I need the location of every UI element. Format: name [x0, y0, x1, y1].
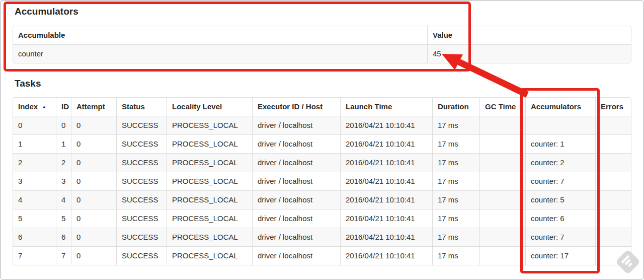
task-cell-locality_level: PROCESS_LOCAL: [167, 190, 252, 209]
task-cell-errors: [595, 228, 631, 246]
task-cell-executor_id_host: driver / localhost: [252, 134, 340, 153]
task-cell-launch_time: 2016/04/21 10:10:41: [340, 246, 432, 265]
task-cell-duration: 17 ms: [432, 190, 479, 209]
task-cell-locality_level: PROCESS_LOCAL: [167, 116, 252, 134]
task-cell-accumulators: counter: 1: [525, 134, 595, 153]
task-row: 660SUCCESSPROCESS_LOCALdriver / localhos…: [13, 228, 631, 246]
task-cell-gc_time: [479, 228, 525, 246]
task-cell-accumulators: counter: 7: [525, 228, 595, 246]
task-cell-attempt: 0: [71, 246, 116, 265]
task-cell-index: 3: [13, 172, 56, 190]
task-cell-locality_level: PROCESS_LOCAL: [167, 246, 252, 265]
task-cell-gc_time: [479, 116, 525, 134]
column-header-index[interactable]: Index▲: [13, 98, 56, 116]
task-cell-locality_level: PROCESS_LOCAL: [167, 209, 252, 228]
accumulable-name-cell: counter: [13, 44, 427, 63]
task-cell-launch_time: 2016/04/21 10:10:41: [340, 209, 432, 228]
task-cell-duration: 17 ms: [432, 228, 479, 246]
task-cell-index: 7: [13, 246, 56, 265]
column-header-executor_id_host[interactable]: Executor ID / Host: [252, 98, 340, 116]
task-cell-duration: 17 ms: [432, 134, 479, 153]
sort-ascending-icon: ▲: [42, 104, 46, 109]
task-cell-attempt: 0: [71, 228, 116, 246]
task-row: 220SUCCESSPROCESS_LOCALdriver / localhos…: [13, 153, 631, 172]
task-cell-id: 4: [56, 190, 71, 209]
accumulable-value-cell: 45: [427, 44, 631, 63]
task-cell-executor_id_host: driver / localhost: [252, 228, 340, 246]
task-cell-index: 4: [13, 190, 56, 209]
task-cell-attempt: 0: [71, 172, 116, 190]
column-header-label: Index: [18, 102, 38, 111]
task-cell-duration: 17 ms: [432, 246, 479, 265]
task-cell-gc_time: [479, 134, 525, 153]
task-cell-gc_time: [479, 172, 525, 190]
column-header-errors[interactable]: Errors: [595, 98, 631, 116]
column-header-label: GC Time: [485, 102, 516, 111]
accumulators-section-title: Accumulators: [15, 6, 631, 17]
column-header-gc_time[interactable]: GC Time: [479, 98, 525, 116]
task-cell-locality_level: PROCESS_LOCAL: [167, 134, 252, 153]
column-header-label: Launch Time: [346, 102, 392, 111]
task-cell-index: 2: [13, 153, 56, 172]
task-cell-attempt: 0: [71, 134, 116, 153]
task-cell-duration: 17 ms: [432, 116, 479, 134]
task-cell-executor_id_host: driver / localhost: [252, 209, 340, 228]
task-cell-launch_time: 2016/04/21 10:10:41: [340, 153, 432, 172]
task-cell-launch_time: 2016/04/21 10:10:41: [340, 134, 432, 153]
screenshot-frame: Accumulators Accumulable Value counter 4…: [0, 0, 644, 280]
task-cell-launch_time: 2016/04/21 10:10:41: [340, 228, 432, 246]
task-cell-gc_time: [479, 209, 525, 228]
task-cell-gc_time: [479, 153, 525, 172]
task-row: 550SUCCESSPROCESS_LOCALdriver / localhos…: [13, 209, 631, 228]
task-cell-attempt: 0: [71, 116, 116, 134]
task-cell-status: SUCCESS: [116, 246, 167, 265]
task-cell-status: SUCCESS: [116, 134, 167, 153]
column-header-label: Locality Level: [172, 102, 222, 111]
task-cell-errors: [595, 116, 631, 134]
task-cell-locality_level: PROCESS_LOCAL: [167, 172, 252, 190]
column-header-accumulable[interactable]: Accumulable: [13, 26, 427, 44]
column-header-locality_level[interactable]: Locality Level: [167, 98, 252, 116]
task-cell-status: SUCCESS: [116, 190, 167, 209]
task-cell-accumulators: counter: 5: [525, 190, 595, 209]
task-cell-status: SUCCESS: [116, 172, 167, 190]
accumulator-row: counter 45: [13, 44, 631, 63]
task-cell-gc_time: [479, 190, 525, 209]
task-cell-status: SUCCESS: [116, 116, 167, 134]
task-cell-attempt: 0: [71, 190, 116, 209]
task-cell-accumulators: [525, 116, 595, 134]
task-cell-launch_time: 2016/04/21 10:10:41: [340, 116, 432, 134]
task-cell-id: 0: [56, 116, 71, 134]
accumulators-table: Accumulable Value counter 45: [13, 26, 631, 63]
column-header-accumulators[interactable]: Accumulators: [525, 98, 595, 116]
column-header-status[interactable]: Status: [116, 98, 167, 116]
task-cell-duration: 17 ms: [432, 153, 479, 172]
task-cell-executor_id_host: driver / localhost: [252, 172, 340, 190]
column-header-label: Executor ID / Host: [258, 102, 323, 111]
task-row: 770SUCCESSPROCESS_LOCALdriver / localhos…: [13, 246, 631, 265]
task-cell-errors: [595, 190, 631, 209]
column-header-value[interactable]: Value: [427, 26, 631, 44]
task-cell-status: SUCCESS: [116, 228, 167, 246]
task-cell-accumulators: counter: 6: [525, 209, 595, 228]
column-header-label: Status: [122, 102, 145, 111]
tasks-table-body: 000SUCCESSPROCESS_LOCALdriver / localhos…: [13, 116, 631, 265]
task-cell-duration: 17 ms: [432, 172, 479, 190]
column-header-launch_time[interactable]: Launch Time: [340, 98, 432, 116]
task-cell-index: 0: [13, 116, 56, 134]
column-header-id[interactable]: ID: [56, 98, 71, 116]
task-cell-executor_id_host: driver / localhost: [252, 116, 340, 134]
task-cell-id: 2: [56, 153, 71, 172]
column-header-label: Attempt: [76, 102, 105, 111]
column-header-attempt[interactable]: Attempt: [71, 98, 116, 116]
task-cell-launch_time: 2016/04/21 10:10:41: [340, 190, 432, 209]
task-row: 330SUCCESSPROCESS_LOCALdriver / localhos…: [13, 172, 631, 190]
column-header-label: ID: [61, 102, 69, 111]
tasks-section-title: Tasks: [15, 78, 631, 89]
task-cell-attempt: 0: [71, 153, 116, 172]
column-header-duration[interactable]: Duration: [432, 98, 479, 116]
task-cell-accumulators: counter: 17: [525, 246, 595, 265]
column-header-label: Accumulators: [531, 102, 581, 111]
task-row: 000SUCCESSPROCESS_LOCALdriver / localhos…: [13, 116, 631, 134]
task-cell-errors: [595, 153, 631, 172]
